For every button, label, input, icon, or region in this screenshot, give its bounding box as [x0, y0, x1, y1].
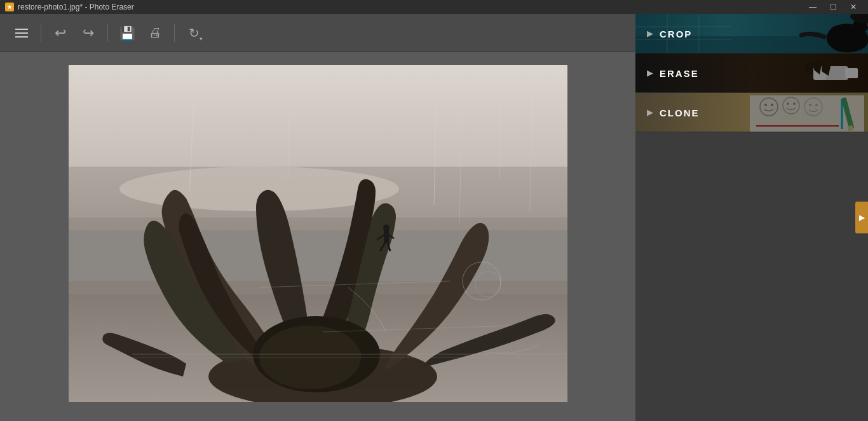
erase-text: ERASE: [660, 67, 699, 78]
clone-arrow: ▶: [647, 108, 653, 117]
separator-3: [174, 24, 175, 42]
print-button[interactable]: 🖨: [144, 22, 166, 45]
crop-label: ▶ CROP: [647, 28, 692, 39]
rotate-dropdown-icon: ▾: [200, 36, 203, 42]
window-controls: — ☐ ✕: [803, 0, 863, 14]
undo-button[interactable]: ↩: [49, 22, 72, 45]
erase-arrow: ▶: [647, 69, 653, 78]
print-icon: 🖨: [149, 25, 161, 40]
expand-arrow-icon: ▶: [859, 213, 865, 222]
rotate-button[interactable]: ↻ ▾: [182, 22, 205, 45]
save-button[interactable]: 💾: [116, 22, 139, 45]
clone-panel[interactable]: ▶ CLONE: [635, 93, 868, 132]
save-icon: 💾: [119, 25, 135, 41]
app-icon: ★: [5, 3, 14, 11]
app-body: ↩ ↪ 💾 🖨 ↻ ▾: [0, 14, 868, 421]
crop-arrow: ▶: [647, 29, 653, 38]
window-title: restore-photo1.jpg* - Photo Eraser: [18, 3, 134, 11]
svg-rect-8: [384, 230, 389, 243]
canvas-area: [0, 52, 635, 421]
hamburger-icon: [15, 29, 28, 38]
clone-text: CLONE: [660, 107, 700, 118]
right-panel: ▶ CROP: [635, 14, 868, 421]
svg-rect-4: [69, 217, 567, 294]
minimize-button[interactable]: —: [803, 0, 822, 14]
left-panel: ↩ ↪ 💾 🖨 ↻ ▾: [0, 14, 635, 421]
separator-1: [41, 24, 41, 42]
undo-icon: ↩: [55, 25, 66, 41]
photo-canvas[interactable]: [69, 65, 567, 402]
crop-text: CROP: [660, 28, 692, 39]
erase-label: ▶ ERASE: [647, 67, 699, 78]
title-bar: ★ restore-photo1.jpg* - Photo Eraser — ☐…: [0, 0, 868, 14]
expand-panel-button[interactable]: ▶: [855, 202, 868, 233]
crop-panel[interactable]: ▶ CROP: [635, 14, 868, 53]
menu-button[interactable]: [10, 22, 33, 45]
close-button[interactable]: ✕: [844, 0, 863, 14]
toolbar: ↩ ↪ 💾 🖨 ↻ ▾: [0, 14, 635, 52]
erase-panel[interactable]: ▶ ERASE: [635, 53, 868, 93]
redo-button[interactable]: ↪: [77, 22, 100, 45]
right-panel-inner: ▶ CROP: [635, 14, 868, 421]
clone-label: ▶ CLONE: [647, 107, 700, 118]
redo-icon: ↪: [83, 25, 94, 41]
photo-image: [69, 65, 567, 402]
rotate-icon: ↻: [189, 25, 200, 41]
separator-2: [107, 24, 108, 42]
svg-point-9: [383, 224, 390, 231]
maximize-button[interactable]: ☐: [824, 0, 843, 14]
